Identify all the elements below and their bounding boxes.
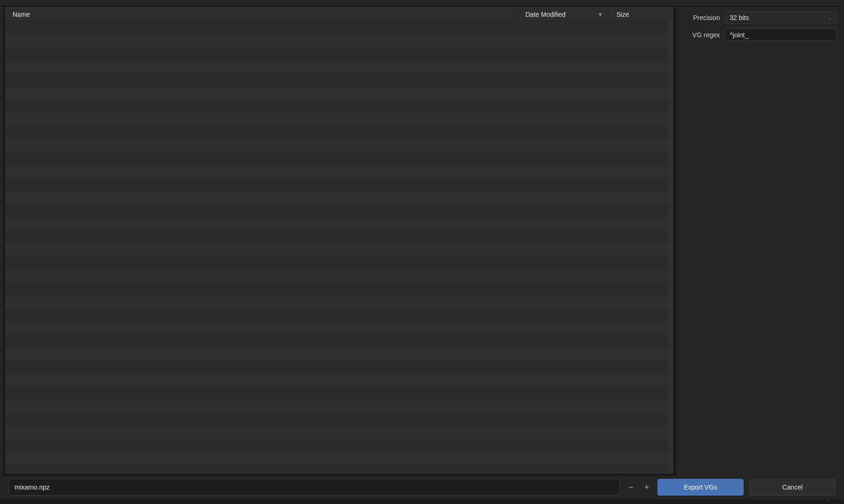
file-row[interactable] <box>6 21 673 35</box>
file-row[interactable] <box>6 113 673 126</box>
filename-input[interactable] <box>8 479 620 496</box>
file-row[interactable] <box>6 283 673 296</box>
precision-value: 32 bits <box>730 14 749 21</box>
file-panel: Name Date Modified ▼ Size <box>3 7 676 476</box>
column-header-date[interactable]: Date Modified ▼ <box>519 7 610 21</box>
file-row[interactable] <box>6 269 673 283</box>
vg-regex-row: VG regex <box>684 28 837 41</box>
file-row[interactable] <box>6 152 673 165</box>
file-row[interactable] <box>6 335 673 348</box>
file-row[interactable] <box>6 400 673 413</box>
plus-icon[interactable]: + <box>642 482 652 492</box>
column-header-size[interactable]: Size <box>610 7 673 21</box>
file-row[interactable] <box>6 413 673 426</box>
file-row[interactable] <box>6 48 673 61</box>
column-header-name-label: Name <box>13 11 30 18</box>
cancel-button[interactable]: Cancel <box>749 479 836 496</box>
column-header-name[interactable]: Name <box>6 7 519 21</box>
export-button[interactable]: Export VGs <box>657 479 744 496</box>
column-header-date-label: Date Modified <box>525 11 565 18</box>
chevron-down-icon: ⌄ <box>828 15 831 20</box>
file-row[interactable] <box>6 61 673 74</box>
vg-regex-label: VG regex <box>684 31 720 39</box>
minus-icon[interactable]: − <box>626 482 636 492</box>
column-header-size-label: Size <box>616 11 629 18</box>
file-row[interactable] <box>6 191 673 204</box>
file-row[interactable] <box>6 256 673 269</box>
file-row[interactable] <box>6 296 673 309</box>
file-row[interactable] <box>6 35 673 48</box>
file-row[interactable] <box>6 165 673 178</box>
top-toolbar <box>0 0 844 7</box>
vg-regex-input[interactable] <box>725 28 837 41</box>
file-row[interactable] <box>6 87 673 100</box>
file-list[interactable] <box>6 21 673 473</box>
file-row[interactable] <box>6 465 673 473</box>
file-row[interactable] <box>6 374 673 387</box>
main-area: Name Date Modified ▼ Size Precision 32 b… <box>0 7 844 476</box>
file-row[interactable] <box>6 178 673 191</box>
file-row[interactable] <box>6 243 673 256</box>
file-row[interactable] <box>6 426 673 439</box>
bottom-bar: − + Export VGs Cancel <box>0 476 844 499</box>
file-row[interactable] <box>6 387 673 400</box>
sort-indicator-icon: ▼ <box>598 12 603 17</box>
file-row[interactable] <box>6 139 673 152</box>
status-bar: ⌃ <box>0 499 844 504</box>
chevron-up-icon[interactable]: ⌃ <box>826 499 830 504</box>
side-panel: Precision 32 bits ⌄ VG regex <box>676 7 844 476</box>
file-row[interactable] <box>6 217 673 230</box>
file-list-rows <box>6 21 673 473</box>
file-row[interactable] <box>6 452 673 465</box>
precision-dropdown[interactable]: 32 bits ⌄ <box>725 11 837 24</box>
file-row[interactable] <box>6 439 673 452</box>
file-row[interactable] <box>6 361 673 374</box>
file-row[interactable] <box>6 100 673 113</box>
file-row[interactable] <box>6 348 673 361</box>
file-row[interactable] <box>6 126 673 139</box>
file-row[interactable] <box>6 309 673 322</box>
scrollbar[interactable] <box>668 21 673 473</box>
file-row[interactable] <box>6 230 673 243</box>
file-row[interactable] <box>6 322 673 335</box>
column-headers: Name Date Modified ▼ Size <box>6 7 673 21</box>
file-row[interactable] <box>6 74 673 87</box>
precision-label: Precision <box>684 14 720 21</box>
file-row[interactable] <box>6 204 673 217</box>
precision-row: Precision 32 bits ⌄ <box>684 11 837 24</box>
